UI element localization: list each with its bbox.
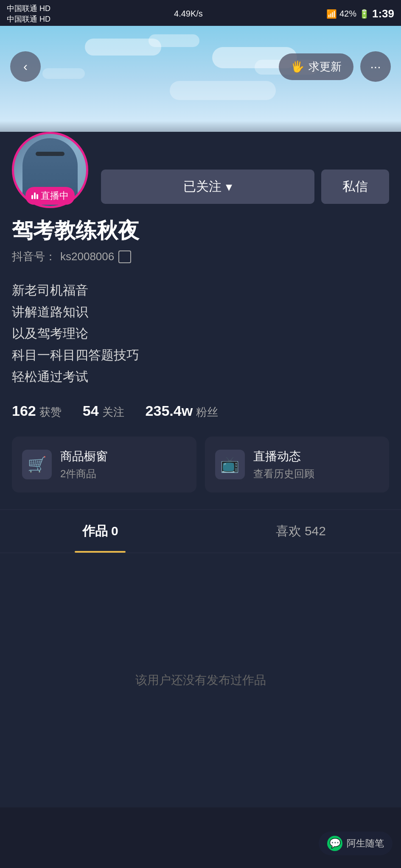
avatar-glasses: [36, 152, 64, 156]
bio-line-1: 新老司机福音: [12, 279, 389, 301]
live-card-sub: 查看历史回顾: [253, 467, 314, 481]
following-label: 关注: [102, 405, 124, 420]
carrier-info: 中国联通 HD 中国联通 HD: [7, 3, 50, 24]
action-buttons: 已关注 ▾ 私信: [101, 170, 389, 204]
shop-text: 商品橱窗 2件商品: [60, 448, 108, 481]
live-bar-1: [31, 195, 33, 199]
live-label: 直播中: [41, 189, 69, 202]
wechat-symbol: 💬: [329, 838, 341, 849]
fans-label: 粉丝: [196, 405, 218, 420]
more-button[interactable]: ···: [360, 51, 391, 82]
back-button[interactable]: ‹: [10, 51, 41, 82]
likes-label: 获赞: [39, 405, 62, 420]
network-speed: 4.49K/s: [174, 9, 203, 19]
update-button[interactable]: 🖐 求更新: [279, 53, 353, 80]
following-count: 54: [83, 403, 99, 419]
live-card[interactable]: 📺 直播动态 查看历史回顾: [205, 437, 390, 492]
live-card-title: 直播动态: [253, 448, 314, 465]
empty-state: 该用户还没有发布过作品: [0, 553, 401, 807]
message-label: 私信: [342, 179, 368, 193]
battery-icon: 📶: [326, 9, 337, 19]
tabs-row: 作品 0 喜欢 542: [0, 510, 401, 553]
live-tv-icon: 📺: [215, 450, 245, 479]
tab-likes-label: 喜欢 542: [276, 524, 326, 538]
tab-works-label: 作品 0: [82, 524, 118, 538]
profile-section: 直播中 已关注 ▾ 私信 驾考教练秋夜 抖音号： ks2008006 新老司机福…: [0, 132, 401, 509]
avatar-container: 直播中: [12, 132, 88, 208]
shop-sub: 2件商品: [60, 467, 108, 481]
nav-right: 🖐 求更新 ···: [279, 51, 391, 82]
shop-icon: 🛒: [22, 450, 52, 479]
update-label: 求更新: [308, 59, 342, 74]
clock: 1:39: [372, 7, 394, 20]
fans-stat: 235.4w 粉丝: [146, 403, 219, 420]
live-bar-2: [34, 192, 36, 199]
dropdown-icon: ▾: [226, 179, 232, 194]
douyin-id-label: 抖音号：: [12, 249, 56, 264]
shop-card[interactable]: 🛒 商品橱窗 2件商品: [12, 437, 196, 492]
empty-text: 该用户还没有发布过作品: [135, 672, 266, 688]
watermark-text: 阿生随笔: [347, 837, 384, 850]
following-stat: 54 关注: [83, 403, 124, 420]
tab-likes[interactable]: 喜欢 542: [201, 510, 401, 553]
douyin-id-value: ks2008006: [60, 250, 114, 263]
top-nav: ‹ 🖐 求更新 ···: [0, 51, 401, 82]
live-card-text: 直播动态 查看历史回顾: [253, 448, 314, 481]
status-bar: 中国联通 HD 中国联通 HD 4.49K/s 📶 42% 🔋 1:39: [0, 0, 401, 26]
feature-cards: 🛒 商品橱窗 2件商品 📺 直播动态 查看历史回顾: [12, 437, 389, 492]
followed-label: 已关注: [183, 178, 222, 195]
update-icon: 🖐: [291, 60, 304, 73]
bio-line-5: 轻松通过考试: [12, 366, 389, 387]
wechat-icon: 💬: [327, 836, 342, 851]
battery-percent: 42%: [339, 9, 356, 19]
bio-line-2: 讲解道路知识: [12, 301, 389, 323]
stats-row: 162 获赞 54 关注 235.4w 粉丝: [12, 403, 389, 420]
douyin-id-row: 抖音号： ks2008006: [12, 249, 389, 264]
live-badge: 直播中: [25, 187, 75, 205]
bio-line-4: 科目一科目四答题技巧: [12, 344, 389, 366]
message-button[interactable]: 私信: [321, 170, 389, 204]
likes-count: 162: [12, 403, 36, 419]
follow-button[interactable]: 已关注 ▾: [101, 170, 314, 204]
tab-works[interactable]: 作品 0: [0, 510, 201, 553]
likes-stat: 162 获赞: [12, 403, 62, 420]
live-bar-3: [36, 194, 38, 199]
tabs-container: 作品 0 喜欢 542: [0, 509, 401, 553]
carrier1: 中国联通 HD: [7, 3, 50, 14]
carrier2: 中国联通 HD: [7, 14, 50, 24]
bio: 新老司机福音 讲解道路知识 以及驾考理论 科目一科目四答题技巧 轻松通过考试: [12, 279, 389, 387]
avatar-row: 直播中 已关注 ▾ 私信: [12, 132, 389, 208]
fans-count: 235.4w: [146, 403, 193, 419]
live-bars-icon: [31, 192, 38, 199]
copy-icon[interactable]: [118, 250, 131, 263]
bio-line-3: 以及驾考理论: [12, 323, 389, 344]
battery-indicator: 🔋: [359, 9, 370, 19]
watermark: 💬 阿生随笔: [319, 832, 393, 855]
username: 驾考教练秋夜: [12, 217, 389, 245]
shop-title: 商品橱窗: [60, 448, 108, 465]
status-right: 📶 42% 🔋 1:39: [326, 7, 394, 20]
